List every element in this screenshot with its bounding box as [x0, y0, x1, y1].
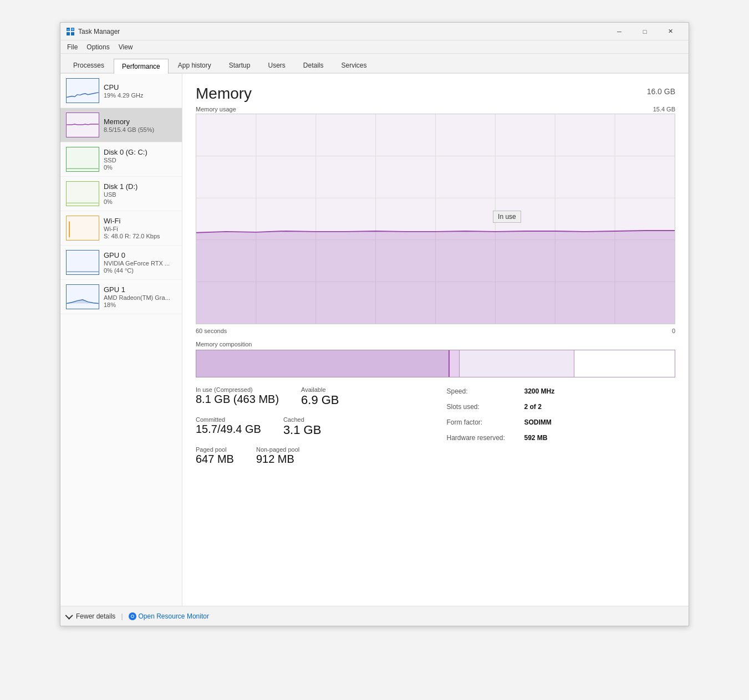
disk1-thumbnail — [66, 181, 99, 206]
disk0-sub2: 0% — [104, 164, 147, 171]
sidebar-item-gpu0[interactable]: GPU 0 NVIDIA GeForce RTX ... 0% (44 °C) — [60, 246, 182, 280]
stat-available: Available 6.9 GB — [301, 386, 339, 407]
tab-app-history[interactable]: App history — [170, 58, 220, 73]
fewer-details-button[interactable]: Fewer details — [67, 612, 115, 620]
kv-hw-reserved: Hardware reserved: 592 MB — [447, 433, 676, 443]
chart-labels-top: Memory usage 15.4 GB — [196, 106, 675, 113]
tab-processes[interactable]: Processes — [65, 58, 113, 73]
cpu-info: CPU 19% 4.29 GHz — [104, 83, 144, 99]
app-icon — [66, 27, 75, 36]
stat-nonpaged-value: 912 MB — [256, 453, 299, 466]
stat-inuse: In use (Compressed) 8.1 GB (463 MB) — [196, 386, 279, 407]
disk1-name: Disk 1 (D:) — [104, 182, 137, 191]
stat-paged-value: 647 MB — [196, 453, 234, 466]
stat-cached-value: 3.1 GB — [283, 423, 321, 437]
wifi-sub2: S: 48.0 R: 72.0 Kbps — [104, 233, 160, 239]
chart-y-max: 15.4 GB — [653, 106, 675, 113]
wifi-thumbnail — [66, 216, 99, 241]
slots-value: 2 of 2 — [524, 403, 542, 411]
memory-thumbnail — [66, 113, 99, 137]
close-button[interactable]: ✕ — [658, 23, 683, 40]
tab-users[interactable]: Users — [259, 58, 293, 73]
gpu1-info: GPU 1 AMD Radeon(TM) Gra... 18% — [104, 285, 170, 308]
tab-startup[interactable]: Startup — [221, 58, 259, 73]
stat-paged-label: Paged pool — [196, 446, 234, 453]
main-header: Memory 16.0 GB — [196, 85, 675, 103]
sidebar-item-disk0[interactable]: Disk 0 (G: C:) SSD 0% — [60, 142, 182, 177]
svg-rect-8 — [67, 147, 98, 171]
form-value: SODIMM — [524, 418, 552, 426]
stat-cached-label: Cached — [283, 416, 321, 423]
slots-label: Slots used: — [447, 403, 524, 411]
composition-label: Memory composition — [196, 341, 675, 348]
kv-speed: Speed: 3200 MHz — [447, 386, 676, 396]
footer-separator: | — [121, 612, 123, 620]
gpu1-name: GPU 1 — [104, 285, 170, 294]
gpu1-sub1: AMD Radeon(TM) Gra... — [104, 294, 170, 301]
memory-total: 16.0 GB — [647, 85, 675, 96]
gpu0-thumbnail — [66, 250, 99, 275]
maximize-button[interactable]: □ — [632, 23, 658, 40]
disk1-info: Disk 1 (D:) USB 0% — [104, 182, 137, 205]
stat-available-label: Available — [301, 386, 339, 393]
svg-marker-25 — [196, 231, 675, 324]
open-resource-monitor-link[interactable]: Open Resource Monitor — [129, 612, 209, 620]
disk0-thumbnail — [66, 147, 99, 172]
menu-file[interactable]: File — [63, 42, 82, 52]
window-title: Task Manager — [78, 28, 607, 35]
stats-grid: In use (Compressed) 8.1 GB (463 MB) Avai… — [196, 386, 675, 466]
disk1-sub1: USB — [104, 191, 137, 198]
tab-details[interactable]: Details — [295, 58, 332, 73]
disk0-name: Disk 0 (G: C:) — [104, 148, 147, 156]
speed-value: 3200 MHz — [524, 387, 555, 395]
cpu-sub: 19% 4.29 GHz — [104, 92, 144, 99]
sidebar-item-cpu[interactable]: CPU 19% 4.29 GHz — [60, 74, 182, 108]
minimize-button[interactable]: ─ — [607, 23, 632, 40]
stat-paged: Paged pool 647 MB — [196, 446, 234, 466]
svg-rect-12 — [67, 285, 98, 309]
comp-inuse — [196, 350, 450, 377]
stats-left: In use (Compressed) 8.1 GB (463 MB) Avai… — [196, 386, 436, 466]
svg-rect-11 — [67, 251, 98, 274]
stat-row-committed-cached: Committed 15.7/49.4 GB Cached 3.1 GB — [196, 416, 436, 437]
tab-services[interactable]: Services — [333, 58, 375, 73]
gpu0-sub1: NVIDIA GeForce RTX ... — [104, 260, 170, 267]
wifi-sub1: Wi-Fi — [104, 226, 160, 232]
sidebar-item-disk1[interactable]: Disk 1 (D:) USB 0% — [60, 177, 182, 211]
kv-form: Form factor: SODIMM — [447, 417, 676, 427]
stat-nonpaged-label: Non-paged pool — [256, 446, 299, 453]
gpu0-name: GPU 0 — [104, 251, 170, 259]
fewer-details-label: Fewer details — [76, 612, 115, 620]
disk0-sub1: SSD — [104, 157, 147, 163]
sidebar-item-wifi[interactable]: Wi-Fi Wi-Fi S: 48.0 R: 72.0 Kbps — [60, 211, 182, 246]
tabbar: Processes Performance App history Startu… — [60, 54, 689, 74]
stat-available-value: 6.9 GB — [301, 393, 339, 407]
memory-chart: In use — [196, 114, 675, 324]
sidebar-item-memory[interactable]: Memory 8.5/15.4 GB (55%) — [60, 108, 182, 142]
menu-view[interactable]: View — [114, 42, 137, 52]
disk1-sub2: 0% — [104, 198, 137, 205]
stat-committed-value: 15.7/49.4 GB — [196, 423, 261, 436]
svg-rect-3 — [71, 32, 74, 35]
stat-committed: Committed 15.7/49.4 GB — [196, 416, 261, 437]
svg-rect-10 — [67, 216, 98, 240]
gpu0-info: GPU 0 NVIDIA GeForce RTX ... 0% (44 °C) — [104, 251, 170, 274]
comp-standby — [460, 350, 574, 377]
cpu-name: CPU — [104, 83, 144, 91]
gpu1-sub2: 18% — [104, 302, 170, 308]
speed-label: Speed: — [447, 387, 524, 395]
stat-nonpaged: Non-paged pool 912 MB — [256, 446, 299, 466]
stats-right: Speed: 3200 MHz Slots used: 2 of 2 Form … — [436, 386, 676, 466]
open-resource-monitor-label[interactable]: Open Resource Monitor — [139, 612, 209, 620]
tab-performance[interactable]: Performance — [114, 59, 169, 74]
wifi-info: Wi-Fi Wi-Fi S: 48.0 R: 72.0 Kbps — [104, 217, 160, 239]
svg-rect-6 — [67, 79, 98, 103]
menu-options[interactable]: Options — [82, 42, 114, 52]
gpu0-sub2: 0% (44 °C) — [104, 267, 170, 274]
window-controls: ─ □ ✕ — [607, 23, 683, 40]
gpu1-thumbnail — [66, 284, 99, 309]
svg-rect-9 — [67, 182, 98, 206]
sidebar-item-gpu1[interactable]: GPU 1 AMD Radeon(TM) Gra... 18% — [60, 280, 182, 314]
chart-time-right: 0 — [672, 328, 675, 334]
stat-row-paged-nonpaged: Paged pool 647 MB Non-paged pool 912 MB — [196, 446, 436, 466]
